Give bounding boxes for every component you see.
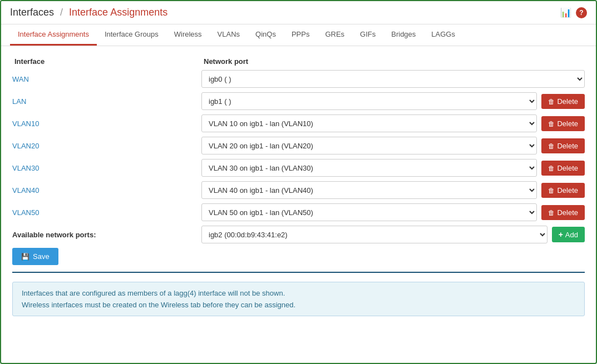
tab-gres[interactable]: GREs <box>317 24 352 46</box>
content-area: Interface Network port WANigb0 ( )LANigb… <box>1 46 596 325</box>
tab-bridges[interactable]: Bridges <box>383 24 423 46</box>
interface-link-lan[interactable]: LAN <box>12 97 201 106</box>
tab-interface-assignments[interactable]: Interface Assignments <box>10 24 97 46</box>
interface-link-vlan40[interactable]: VLAN40 <box>12 186 201 195</box>
tab-vlans[interactable]: VLANs <box>210 24 248 46</box>
col-interface-header: Interface <box>14 57 204 66</box>
interface-link-vlan50[interactable]: VLAN50 <box>12 208 201 217</box>
table-row: VLAN40VLAN 40 on igb1 - lan (VLAN40)Dele… <box>12 181 585 199</box>
interface-link-vlan20[interactable]: VLAN20 <box>12 142 201 150</box>
breadcrumb: Interfaces / Interface Assignments <box>10 7 167 18</box>
port-select-vlan30[interactable]: VLAN 30 on igb1 - lan (VLAN30) <box>201 159 537 177</box>
tab-ppps[interactable]: PPPs <box>284 24 318 46</box>
tab-bar: Interface AssignmentsInterface GroupsWir… <box>1 24 596 46</box>
available-row: Available network ports: igb2 (00:0d:b9:… <box>12 226 585 243</box>
port-select-vlan20[interactable]: VLAN 20 on igb1 - lan (VLAN20) <box>201 137 537 154</box>
table-row: VLAN10VLAN 10 on igb1 - lan (VLAN10)Dele… <box>12 114 585 132</box>
header-icons: 📊 ? <box>560 7 587 18</box>
delete-button-vlan40[interactable]: Delete <box>541 183 585 198</box>
save-icon <box>21 252 29 261</box>
trash-icon <box>548 164 555 172</box>
table-row: LANigb1 ( )Delete <box>12 92 585 110</box>
col-network-port-header: Network port <box>204 57 583 66</box>
save-label: Save <box>33 252 50 261</box>
available-label: Available network ports: <box>12 231 201 239</box>
tab-gifs[interactable]: GIFs <box>352 24 383 46</box>
tab-interface-groups[interactable]: Interface Groups <box>97 24 166 46</box>
main-window: Interfaces / Interface Assignments 📊 ? I… <box>0 0 597 364</box>
interface-link-vlan30[interactable]: VLAN30 <box>12 164 201 172</box>
save-button[interactable]: Save <box>12 248 58 265</box>
tab-laggs[interactable]: LAGGs <box>423 24 463 46</box>
port-select-vlan10[interactable]: VLAN 10 on igb1 - lan (VLAN10) <box>201 114 537 132</box>
interface-link-vlan10[interactable]: VLAN10 <box>12 119 201 128</box>
tab-wireless[interactable]: Wireless <box>166 24 210 46</box>
add-button[interactable]: Add <box>552 227 585 242</box>
port-select-vlan40[interactable]: VLAN 40 on igb1 - lan (VLAN40) <box>201 181 537 199</box>
trash-icon <box>548 142 555 150</box>
help-icon[interactable]: ? <box>576 7 587 18</box>
port-select-vlan50[interactable]: VLAN 50 on igb1 - lan (VLAN50) <box>201 203 537 221</box>
delete-button-vlan10[interactable]: Delete <box>541 116 585 131</box>
trash-icon <box>548 186 555 195</box>
trash-icon <box>548 208 555 217</box>
port-select-lan[interactable]: igb1 ( ) <box>201 92 537 110</box>
delete-button-vlan20[interactable]: Delete <box>541 138 585 153</box>
delete-button-vlan50[interactable]: Delete <box>541 205 585 220</box>
table-row: WANigb0 ( ) <box>12 70 585 88</box>
interface-rows: WANigb0 ( )LANigb1 ( )DeleteVLAN10VLAN 1… <box>12 70 585 221</box>
delete-button-vlan30[interactable]: Delete <box>541 161 585 176</box>
breadcrumb-base: Interfaces <box>10 7 54 18</box>
table-row: VLAN30VLAN 30 on igb1 - lan (VLAN30)Dele… <box>12 159 585 177</box>
trash-icon <box>548 119 555 128</box>
add-icon <box>559 230 563 239</box>
available-port-select[interactable]: igb2 (00:0d:b9:43:41:e2) <box>201 226 547 243</box>
divider <box>12 272 585 273</box>
table-row: VLAN20VLAN 20 on igb1 - lan (VLAN20)Dele… <box>12 137 585 154</box>
breadcrumb-separator: / <box>60 7 63 18</box>
trash-icon <box>548 97 555 106</box>
add-label: Add <box>565 231 578 239</box>
table-row: VLAN50VLAN 50 on igb1 - lan (VLAN50)Dele… <box>12 203 585 221</box>
info-message-2: Wireless interfaces must be created on t… <box>22 301 575 309</box>
delete-button-lan[interactable]: Delete <box>541 94 585 109</box>
info-box: Interfaces that are configured as member… <box>12 282 585 316</box>
info-message-1: Interfaces that are configured as member… <box>22 289 575 297</box>
header: Interfaces / Interface Assignments 📊 ? <box>1 1 596 24</box>
interface-link-wan[interactable]: WAN <box>12 75 201 83</box>
port-select-wan[interactable]: igb0 ( ) <box>201 70 585 88</box>
table-header: Interface Network port <box>12 57 585 66</box>
breadcrumb-current[interactable]: Interface Assignments <box>69 7 167 18</box>
stats-icon[interactable]: 📊 <box>560 7 571 18</box>
tab-qinqs[interactable]: QinQs <box>248 24 284 46</box>
